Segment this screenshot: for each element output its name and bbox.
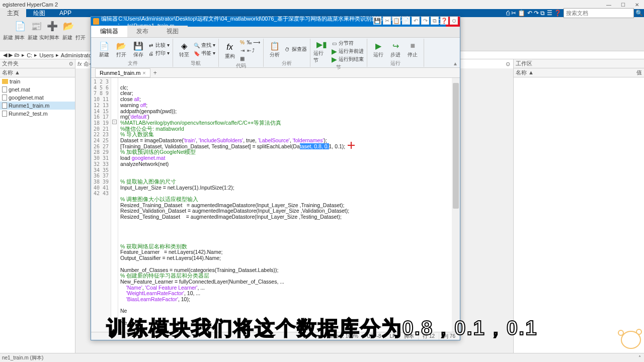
file-tab-bar: Runme1_train.m × + — [91, 68, 460, 78]
tab-app[interactable]: APP — [52, 9, 78, 18]
print-link[interactable]: 🖨打印 ▾ — [147, 50, 170, 57]
hypercam-title: egistered HyperCam 2 — [3, 2, 58, 8]
workspace-value-col[interactable]: 值 — [636, 69, 642, 76]
selected-text: taset, 0.8, 0. — [300, 143, 329, 149]
qat-more-icon[interactable]: ⊙ — [450, 17, 458, 25]
list-item[interactable]: gnet.mat — [0, 85, 75, 94]
goto-button[interactable]: ◈转至 — [176, 40, 192, 58]
status-line: 行 12 — [419, 333, 439, 340]
status-eol: LF — [386, 333, 400, 339]
panel-options-icon[interactable]: ⊙ — [69, 61, 73, 66]
search-box-container: ⎙ ✂ 📋 ↶ ↷ ⧉ ☰ ❓ 🔍 — [506, 8, 644, 18]
bookmark-link[interactable]: 🔖书签 ▾ — [193, 50, 215, 57]
fold-box-icon[interactable]: − — [112, 120, 117, 124]
status-type: 脚本 — [400, 333, 419, 340]
step-button[interactable]: ↪步进 — [387, 40, 404, 58]
find-link[interactable]: 🔍查找 ▾ — [193, 42, 215, 49]
fold-column[interactable]: − — [111, 78, 118, 332]
qat-dock-icon[interactable]: ⧉ — [431, 17, 439, 25]
qat-save-icon[interactable]: 💾 — [373, 17, 381, 25]
qat-cut-icon[interactable]: ✂ — [383, 17, 391, 25]
tab-home[interactable]: 主页 — [0, 8, 26, 19]
workspace-panel: 工作区 名称 ▲ 值 — [513, 59, 644, 353]
editor-icon — [93, 18, 99, 25]
search-input[interactable] — [564, 8, 634, 18]
tab-plot[interactable]: 绘图 — [26, 8, 52, 19]
status-encoding: UTF-8 — [363, 333, 385, 339]
workspace-name-col[interactable]: 名称 ▲ — [516, 69, 534, 76]
new-live-script-icon[interactable]: 📰 — [29, 19, 43, 33]
search-icon[interactable]: 🔍 — [634, 8, 644, 18]
open-icon[interactable]: 📂 — [61, 19, 75, 33]
qat-undo-icon[interactable]: ↶ — [412, 17, 420, 25]
save-button[interactable]: 💾保存 — [130, 40, 146, 58]
tab-editor[interactable]: 编辑器 — [91, 25, 127, 37]
collapse-ribbon-icon[interactable]: ▲ — [453, 61, 458, 66]
stop-button[interactable]: ■停止 — [405, 40, 421, 58]
analyze-button[interactable]: 📋分析 — [267, 40, 283, 58]
code-editor[interactable]: clc; clear; close all; warning off; addp… — [118, 78, 460, 332]
code-area[interactable]: for(let i=1;i<=43;i++)document.write(i+'… — [91, 78, 460, 332]
file-tab[interactable]: Runme1_train.m × — [95, 68, 150, 77]
list-item[interactable]: Runme2_test.m — [0, 110, 75, 118]
files-name-column[interactable]: 名称 ▲ — [0, 68, 75, 77]
add-tab-button[interactable]: + — [150, 68, 160, 77]
run-section-button[interactable]: ▶▮运行 节 — [313, 39, 330, 64]
qat-help-icon[interactable]: ❓ — [440, 17, 448, 25]
refactor-button[interactable]: fx重构 — [222, 42, 238, 60]
editor-toolstrip-tabs: 编辑器 发布 视图 — [91, 27, 460, 38]
list-item[interactable]: googlenet.mat — [0, 94, 75, 102]
status-zoom[interactable]: Zoom: 100% — [326, 333, 363, 339]
list-item[interactable]: Runme1_train.m — [0, 102, 75, 110]
list-item[interactable]: train — [0, 77, 75, 85]
new-icon[interactable]: ➕ — [45, 19, 59, 33]
files-panel: 文件夹 ⊙ 名称 ▲ train gnet.mat googlenet.mat … — [0, 59, 75, 353]
profiler-link[interactable]: ⏱探查器 — [284, 46, 307, 53]
editor-window: 编辑器 - C:\Users\Administrator\Desktop\远程文… — [91, 16, 460, 340]
new-button[interactable]: 📄新建 — [96, 40, 112, 58]
run-button[interactable]: ▶运行 — [370, 40, 386, 58]
bottom-tab-bar: ne1_train.m (脚本) ˄ — [0, 353, 644, 362]
qat-copy-icon[interactable]: 📋 — [392, 17, 400, 25]
tab-view[interactable]: 视图 — [157, 26, 188, 37]
bottom-tab-label[interactable]: ne1_train.m (脚本) — [2, 354, 43, 361]
qat-redo-icon[interactable]: ↷ — [421, 17, 429, 25]
expand-icon[interactable]: ˄ — [638, 355, 641, 360]
open-button[interactable]: 📂打开 — [113, 40, 129, 58]
vertical-scrollbar[interactable] — [452, 78, 460, 332]
files-panel-header: 文件夹 ⊙ — [0, 59, 75, 68]
status-col: 列 76 — [439, 333, 460, 340]
close-tab-icon[interactable]: × — [142, 70, 145, 76]
editor-ribbon: 📄新建 📂打开 💾保存 ⇄比较 ▾ 🖨打印 ▾ 文件 ◈转至 🔍查找 ▾ 🔖书签… — [91, 38, 460, 68]
qat-paste-icon[interactable]: 📄 — [402, 17, 410, 25]
compare-link[interactable]: ⇄比较 ▾ — [147, 42, 170, 49]
tab-publish[interactable]: 发布 — [127, 26, 157, 37]
line-gutter: for(let i=1;i<=43;i++)document.write(i+'… — [91, 78, 111, 332]
new-script-icon[interactable]: 📄 — [13, 19, 27, 33]
editor-status-bar: Zoom: 100% UTF-8 LF 脚本 行 12 列 76 — [91, 332, 460, 340]
mascot-icon — [618, 328, 642, 352]
